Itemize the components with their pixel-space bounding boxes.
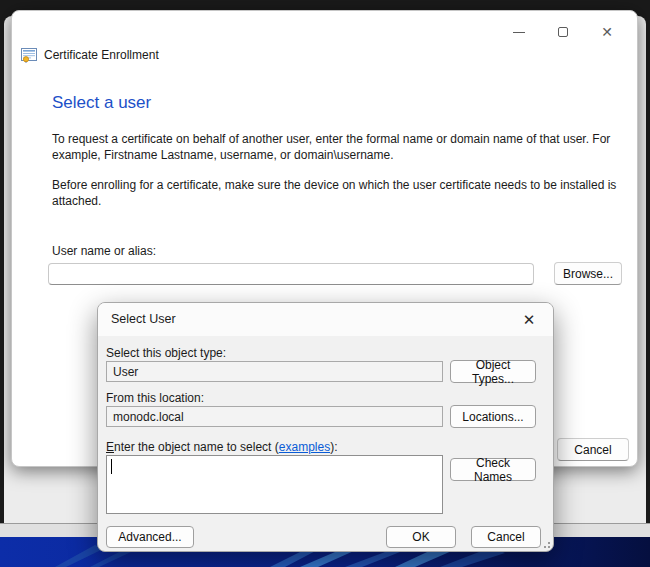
object-types-button[interactable]: Object Types... xyxy=(450,360,536,383)
resize-grip[interactable] xyxy=(541,539,550,548)
browse-button[interactable]: Browse... xyxy=(554,262,622,285)
object-type-label: Select this object type: xyxy=(106,346,226,360)
check-names-button[interactable]: Check Names xyxy=(450,458,536,481)
location-label: From this location: xyxy=(106,391,204,405)
locations-button[interactable]: Locations... xyxy=(450,405,536,428)
username-input[interactable] xyxy=(48,263,534,285)
object-name-input-wrap xyxy=(106,455,443,514)
window-caption-buttons: ✕ xyxy=(497,17,629,47)
dialog-close-button[interactable]: ✕ xyxy=(513,307,545,332)
maximize-button[interactable] xyxy=(541,17,585,47)
object-type-value: User xyxy=(113,365,138,379)
close-icon: ✕ xyxy=(523,312,536,327)
object-name-label-accel: E xyxy=(106,440,114,454)
object-name-label-suffix: ): xyxy=(330,440,337,454)
dialog-titlebar: Select User ✕ xyxy=(98,303,553,336)
close-button[interactable]: ✕ xyxy=(585,17,629,47)
examples-link[interactable]: examples xyxy=(279,440,330,454)
maximize-icon xyxy=(558,27,568,37)
ok-button[interactable]: OK xyxy=(386,526,456,548)
object-name-input[interactable] xyxy=(107,456,442,513)
text-caret xyxy=(111,459,112,474)
location-value: monodc.local xyxy=(113,410,184,424)
dialog-cancel-button[interactable]: Cancel xyxy=(471,526,541,548)
certificate-icon xyxy=(21,47,37,63)
minimize-button[interactable] xyxy=(497,17,541,47)
object-type-field[interactable]: User xyxy=(106,361,443,382)
cancel-button[interactable]: Cancel xyxy=(557,438,629,461)
dialog-title: Select User xyxy=(111,312,176,326)
window-title: Certificate Enrollment xyxy=(44,48,159,62)
instruction-paragraph-1: To request a certificate on behalf of an… xyxy=(52,132,624,163)
page-heading: Select a user xyxy=(52,93,151,113)
close-icon: ✕ xyxy=(601,25,613,39)
location-field[interactable]: monodc.local xyxy=(106,406,443,427)
instruction-paragraph-2: Before enrolling for a certificate, make… xyxy=(52,178,624,209)
app-header: Certificate Enrollment xyxy=(21,47,159,63)
object-name-label: Enter the object name to select (example… xyxy=(106,440,337,454)
select-user-dialog: Select User ✕ Select this object type: U… xyxy=(97,302,554,552)
desktop: ✕ Certificate Enrollment Select a user T… xyxy=(0,0,650,567)
username-label: User name or alias: xyxy=(52,244,156,258)
minimize-icon xyxy=(513,32,525,33)
object-name-label-text: nter the object name to select ( xyxy=(114,440,279,454)
advanced-button[interactable]: Advanced... xyxy=(106,526,194,548)
